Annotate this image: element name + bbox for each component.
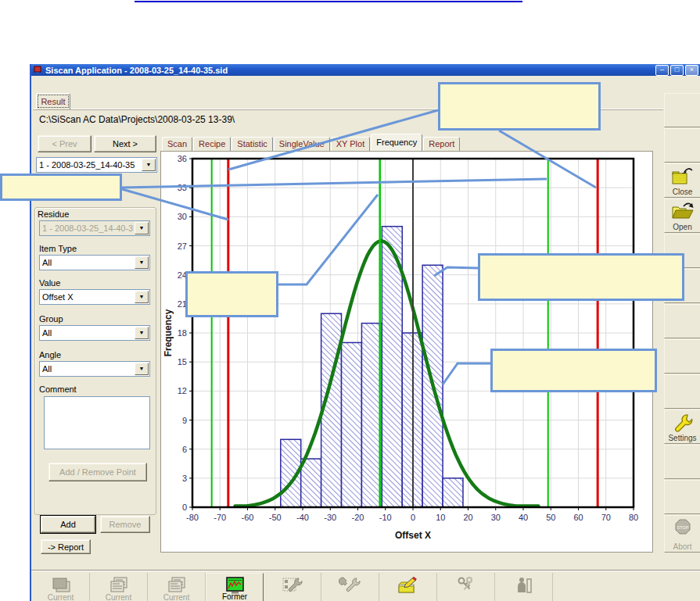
svg-text:80: 80: [629, 513, 638, 522]
sidebar-button-settings[interactable]: Settings: [664, 410, 700, 444]
svg-text:-40: -40: [296, 513, 309, 522]
svg-text:3: 3: [182, 474, 187, 483]
chevron-down-icon[interactable]: ▼: [135, 291, 149, 303]
svg-text:-10: -10: [379, 513, 392, 522]
minimize-button[interactable]: –: [655, 65, 669, 76]
tab-recipe[interactable]: Recipe: [193, 137, 231, 151]
sidebar-button-label: Settings: [665, 434, 700, 442]
sidebar-button-blank[interactable]: [664, 480, 700, 514]
toolbar-button-label: Former Result: [206, 592, 263, 601]
group-combobox-value: All: [40, 328, 134, 338]
histogram-bar: [443, 478, 463, 507]
callout-green-limit-lines: [0, 174, 122, 201]
remove-button[interactable]: Remove: [100, 516, 150, 533]
sidebar-button-blank[interactable]: [664, 339, 700, 374]
right-sidebar: CloseOpenSettingsSTOPAbort: [663, 88, 700, 559]
client-area: Result C:\SiScan AC Data\Projects\2008-0…: [31, 76, 700, 601]
svg-text:9: 9: [182, 416, 187, 425]
histogram-bar: [342, 342, 362, 507]
svg-text:30: 30: [491, 513, 501, 522]
toolbar-button-current-results[interactable]: Current Results: [90, 573, 148, 601]
abort-button-label: Abort: [665, 542, 700, 551]
window-title: Siscan Application - 2008-03-25_14-40-35…: [45, 66, 228, 75]
toolbar-button-label: Current Recipe: [148, 593, 205, 601]
sidebar-button-blank[interactable]: [664, 445, 700, 479]
item-type-combobox[interactable]: All ▼: [39, 255, 150, 270]
svg-text:STOP: STOP: [677, 525, 688, 530]
sidebar-button-blank[interactable]: [664, 93, 700, 127]
toolbar-button-user-os-f8[interactable]: User/OS F8: [437, 573, 495, 601]
angle-combobox[interactable]: All ▼: [39, 361, 150, 377]
svg-text:Offset X: Offset X: [395, 530, 431, 541]
angle-label: Angle: [39, 350, 61, 360]
svg-text:20: 20: [463, 513, 472, 522]
abort-button[interactable]: STOPAbort: [664, 515, 700, 553]
project-path: C:\SiScan AC Data\Projects\2008-03-25 13…: [39, 114, 235, 125]
alarm-log-icon: [395, 574, 422, 598]
close-button[interactable]: ×: [685, 65, 698, 76]
chevron-down-icon[interactable]: ▼: [135, 256, 149, 269]
svg-text:-50: -50: [269, 513, 282, 522]
toolbar-button-label: Current Project: [32, 593, 89, 601]
stop-sign-icon: STOP: [674, 518, 691, 537]
prev-button[interactable]: < Prev: [38, 135, 92, 152]
comment-label: Comment: [39, 385, 77, 394]
tab-frequency[interactable]: Frequency: [371, 134, 422, 151]
svg-text:-30: -30: [324, 513, 336, 522]
add-remove-point-button[interactable]: Add / Remove Point: [48, 463, 147, 481]
svg-text:60: 60: [573, 513, 583, 522]
value-combobox[interactable]: Offset X ▼: [39, 289, 150, 305]
svg-text:40: 40: [519, 513, 528, 522]
exit-icon: [511, 574, 537, 598]
svg-text:15: 15: [178, 357, 187, 367]
measurement-combobox[interactable]: 1 - 2008-03-25_14-40-35 ▼: [36, 157, 157, 173]
user-os-icon: [453, 574, 479, 598]
svg-text:27: 27: [178, 241, 187, 251]
sidebar-button-close[interactable]: Close: [664, 163, 700, 198]
toolbar-button-former-result[interactable]: Former Result: [206, 573, 264, 601]
toolbar-button-set-up[interactable]: Set Up: [321, 573, 379, 601]
report-button[interactable]: -> Report: [41, 539, 91, 554]
restore-button[interactable]: □: [670, 65, 684, 76]
toolbar-band: Current ProjectCurrent ResultsCurrent Re…: [31, 570, 700, 601]
svg-text:50: 50: [546, 513, 555, 522]
toolbar-button-recipe[interactable]: Recipe: [264, 573, 321, 601]
comment-textarea[interactable]: [44, 396, 150, 449]
toolbar-button-exit[interactable]: Exit: [495, 573, 553, 601]
toolbar-button-current-recipe[interactable]: Current Recipe: [148, 573, 206, 601]
group-combobox[interactable]: All ▼: [39, 325, 150, 341]
toolbar-button-alarm-log-f7[interactable]: Alarm/Log F7: [379, 573, 437, 601]
tab-result[interactable]: Result: [36, 93, 70, 109]
tab-statistic[interactable]: Statistic: [232, 137, 273, 151]
add-button[interactable]: Add: [41, 516, 95, 533]
value-combobox-value: Offset X: [40, 292, 134, 302]
bottom-toolbar: Current ProjectCurrent ResultsCurrent Re…: [31, 559, 700, 601]
sidebar-button-open[interactable]: Open: [664, 199, 700, 233]
sidebar-button-label: Open: [665, 223, 700, 231]
tab-singlevalue[interactable]: SingleValue: [274, 137, 330, 151]
settings-wrench-icon: [671, 413, 695, 435]
callout-normal-curve: [490, 349, 657, 392]
next-button[interactable]: Next >: [94, 135, 156, 152]
tab-scan[interactable]: Scan: [162, 137, 192, 151]
sidebar-button-blank[interactable]: [664, 128, 700, 163]
svg-text:Frequency: Frequency: [163, 309, 174, 356]
tab-report[interactable]: Report: [423, 137, 460, 151]
chevron-down-icon[interactable]: ▼: [142, 159, 156, 171]
chevron-down-icon[interactable]: ▼: [135, 363, 149, 375]
svg-text:70: 70: [601, 513, 611, 522]
svg-text:-80: -80: [186, 513, 199, 522]
toolbar-button-current-project[interactable]: Current Project: [32, 573, 90, 601]
setup-icon: [337, 574, 364, 598]
angle-combobox-value: All: [40, 364, 134, 374]
residue-combobox-value: 1 - 2008-03-25_14-40-35: [40, 224, 134, 233]
residue-label: Residue: [38, 209, 69, 219]
svg-text:33: 33: [178, 183, 187, 192]
sidebar-button-blank[interactable]: [664, 374, 700, 409]
svg-text:0: 0: [411, 513, 415, 522]
sidebar-button-blank[interactable]: [664, 304, 700, 338]
chevron-down-icon[interactable]: ▼: [135, 327, 149, 339]
tab-xy-plot[interactable]: XY Plot: [331, 137, 371, 151]
item-type-label: Item Type: [39, 244, 77, 253]
titlebar: Siscan Application - 2008-03-25_14-40-35…: [31, 64, 700, 76]
